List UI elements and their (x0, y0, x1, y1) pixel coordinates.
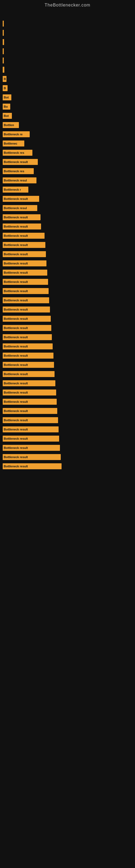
bar-label: B (4, 77, 6, 81)
bar-item (3, 58, 4, 63)
bar-item (3, 48, 4, 54)
bar-row: Bottleneck result (3, 333, 132, 341)
bar-row: Bottleneck resul (3, 204, 132, 212)
bar-row: Bottleneck result (3, 250, 132, 258)
bar-label: Bottleneck result (4, 252, 28, 256)
bar-label: Bottleneck result (4, 345, 28, 348)
bar-label: Bottleneck resul (4, 207, 27, 210)
bar-row: Bottleneck result (3, 287, 132, 295)
bar-row: B (3, 75, 132, 83)
bar-item: Bottleneck result (3, 288, 49, 294)
bar-row: Bottlen (3, 121, 132, 129)
bar-row: Bottleneck r (3, 186, 132, 193)
bar-item: Bo (3, 104, 10, 110)
bar-label: Bottleneck result (4, 428, 28, 431)
bar-item: Bottleneck result (3, 380, 55, 386)
bar-row: Bottleneck result (3, 352, 132, 360)
bar-item: Bottleneck result (3, 426, 58, 432)
bar-item: Bottleneck result (3, 279, 48, 285)
bar-row: Bottleneck resul (3, 177, 132, 184)
bar-row: Bottleneck res (3, 167, 132, 175)
bar-row: Bottleneck re (3, 130, 132, 138)
bar-row: Bottleneck result (3, 426, 132, 433)
bar-row: Bottleneck result (3, 343, 132, 350)
bar-label: Bottleneck result (4, 234, 28, 237)
bar-item: Bottleneck result (3, 297, 49, 303)
bar-label: Bottlenec (4, 142, 17, 145)
bar-row: Bottleneck result (3, 361, 132, 369)
bar-label: Bottleneck result (4, 160, 28, 163)
bar-row: Bottlenec (3, 140, 132, 147)
bar-label: Bottleneck result (4, 456, 28, 459)
bar-row: Bottleneck result (3, 463, 132, 470)
bar-item: Bottleneck result (3, 436, 59, 442)
bar-row: Bottleneck result (3, 416, 132, 424)
bar-item: Bottleneck resul (3, 205, 37, 211)
bar-row: Bottleneck result (3, 278, 132, 286)
bar-label: Bottleneck result (4, 382, 28, 385)
bar-item: Bot (3, 113, 12, 119)
bar-label: Bottleneck result (4, 280, 28, 283)
bar-label: Bottleneck result (4, 243, 28, 247)
bar-label: Bottleneck result (4, 418, 28, 422)
bar-label: Bottleneck result (4, 308, 28, 311)
bar-label: Bot (4, 96, 9, 99)
bar-row: Bottleneck result (3, 370, 132, 378)
bar-row (3, 29, 132, 37)
bar-item: B (3, 76, 6, 82)
bar-item: Bottleneck result (3, 408, 57, 414)
bar-item: Bottleneck result (3, 316, 51, 322)
bar-item: Bottleneck result (3, 352, 53, 359)
bar-item: Bottleneck result (3, 251, 46, 257)
bar-item (3, 67, 4, 73)
bar-label: Bottleneck result (4, 271, 28, 274)
bar-item: Bottleneck result (3, 307, 50, 312)
bar-item: Bottleneck result (3, 362, 54, 368)
bar-row: Bottleneck result (3, 241, 132, 249)
bar-label: Bottleneck resul (4, 179, 27, 182)
bar-label: Bottleneck re (4, 133, 23, 136)
bar-item: Bottleneck r (3, 187, 28, 193)
bar-label: Bottleneck res (4, 169, 24, 173)
bar-label: Bottleneck result (4, 363, 28, 367)
bar-label: Bottleneck r (4, 188, 21, 191)
bar-row: Bottleneck result (3, 453, 132, 461)
bar-row: Bottleneck result (3, 398, 132, 405)
bar-row: Bot (3, 94, 132, 101)
bar-row: Bottleneck result (3, 214, 132, 221)
bar-label: Bottleneck result (4, 391, 28, 394)
bar-row: Bottleneck result (3, 315, 132, 322)
site-title: TheBottlenecker.com (0, 0, 135, 9)
bar-row: Bottleneck result (3, 195, 132, 203)
bar-row: Bo (3, 103, 132, 111)
bar-row: Bottleneck res (3, 149, 132, 156)
bar-label: Bottleneck result (4, 197, 28, 200)
bar-item: Bottleneck result (3, 343, 53, 349)
bar-label: Bottleneck res (4, 151, 24, 154)
bar-item: Bottlenec (3, 141, 24, 147)
bar-row (3, 57, 132, 64)
bar-item: Bottleneck result (3, 214, 41, 220)
bar-row: Bottleneck result (3, 158, 132, 166)
bar-row (3, 38, 132, 46)
bar-item: Bottleneck result (3, 445, 60, 451)
bar-label: Bottleneck result (4, 400, 28, 403)
bar-label: Bottleneck result (4, 354, 28, 357)
bar-label: B (4, 87, 6, 90)
bar-label: Bottleneck result (4, 446, 28, 450)
bar-item (3, 21, 4, 27)
bar-label: Bottleneck result (4, 437, 28, 440)
bar-item: B (3, 85, 8, 91)
bar-item: Bottleneck result (3, 242, 45, 248)
bar-row: Bottleneck result (3, 379, 132, 387)
bar-label: Bottleneck result (4, 326, 28, 330)
bar-item: Bottleneck resul (3, 177, 37, 183)
bar-row: Bottleneck result (3, 407, 132, 415)
bar-row: Bottleneck result (3, 259, 132, 267)
bar-label: Bottleneck result (4, 409, 28, 412)
bar-label: Bottleneck result (4, 317, 28, 320)
bar-item: Bottleneck result (3, 417, 58, 423)
bar-item: Bottleneck re (3, 131, 30, 137)
bar-item: Bottleneck result (3, 334, 52, 340)
bar-item (3, 30, 4, 36)
